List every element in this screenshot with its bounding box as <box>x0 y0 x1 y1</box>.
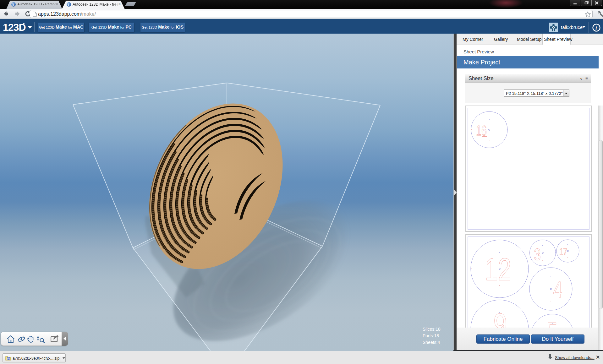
svg-text:3: 3 <box>68 3 69 6</box>
svg-text:3: 3 <box>12 3 14 6</box>
svg-text:4: 4 <box>553 277 562 303</box>
svg-text:17: 17 <box>559 246 567 257</box>
svg-text:12: 12 <box>485 252 511 287</box>
svg-text:3: 3 <box>534 245 541 263</box>
svg-text:i: i <box>595 25 597 31</box>
svg-text:Z: Z <box>8 357 9 360</box>
